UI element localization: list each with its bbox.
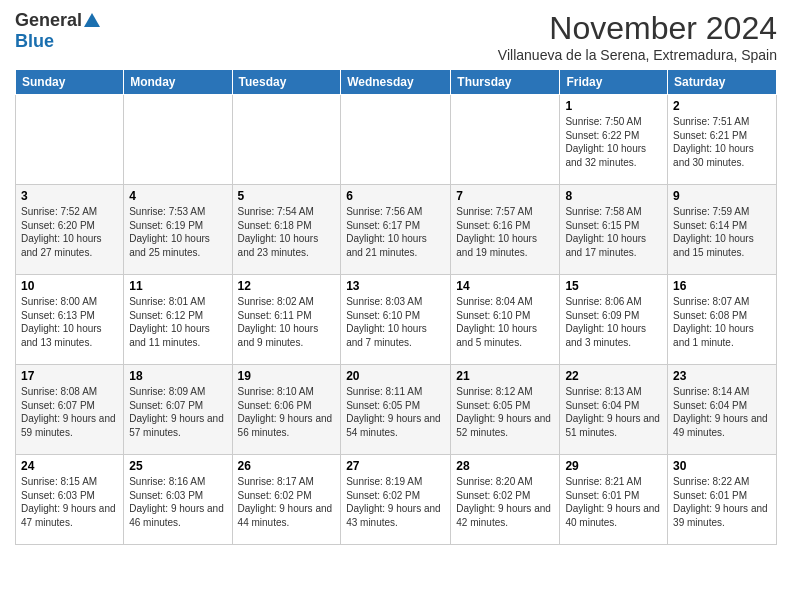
day-info: Sunrise: 8:17 AM Sunset: 6:02 PM Dayligh… (238, 475, 336, 529)
day-number: 25 (129, 459, 226, 473)
day-number: 11 (129, 279, 226, 293)
header-wednesday: Wednesday (341, 70, 451, 95)
day-info: Sunrise: 8:07 AM Sunset: 6:08 PM Dayligh… (673, 295, 771, 349)
day-info: Sunrise: 7:50 AM Sunset: 6:22 PM Dayligh… (565, 115, 662, 169)
calendar-cell: 6Sunrise: 7:56 AM Sunset: 6:17 PM Daylig… (341, 185, 451, 275)
day-number: 18 (129, 369, 226, 383)
calendar-cell: 26Sunrise: 8:17 AM Sunset: 6:02 PM Dayli… (232, 455, 341, 545)
day-info: Sunrise: 8:11 AM Sunset: 6:05 PM Dayligh… (346, 385, 445, 439)
day-info: Sunrise: 8:20 AM Sunset: 6:02 PM Dayligh… (456, 475, 554, 529)
calendar-week-row: 3Sunrise: 7:52 AM Sunset: 6:20 PM Daylig… (16, 185, 777, 275)
page-container: General Blue November 2024 Villanueva de… (0, 0, 792, 555)
day-number: 1 (565, 99, 662, 113)
day-number: 22 (565, 369, 662, 383)
calendar-cell: 29Sunrise: 8:21 AM Sunset: 6:01 PM Dayli… (560, 455, 668, 545)
calendar-cell: 22Sunrise: 8:13 AM Sunset: 6:04 PM Dayli… (560, 365, 668, 455)
day-info: Sunrise: 7:54 AM Sunset: 6:18 PM Dayligh… (238, 205, 336, 259)
calendar-cell: 25Sunrise: 8:16 AM Sunset: 6:03 PM Dayli… (124, 455, 232, 545)
calendar-cell: 10Sunrise: 8:00 AM Sunset: 6:13 PM Dayli… (16, 275, 124, 365)
day-info: Sunrise: 7:58 AM Sunset: 6:15 PM Dayligh… (565, 205, 662, 259)
day-info: Sunrise: 8:19 AM Sunset: 6:02 PM Dayligh… (346, 475, 445, 529)
location-subtitle: Villanueva de la Serena, Extremadura, Sp… (498, 47, 777, 63)
calendar-cell: 5Sunrise: 7:54 AM Sunset: 6:18 PM Daylig… (232, 185, 341, 275)
day-info: Sunrise: 8:21 AM Sunset: 6:01 PM Dayligh… (565, 475, 662, 529)
day-number: 26 (238, 459, 336, 473)
calendar-cell: 23Sunrise: 8:14 AM Sunset: 6:04 PM Dayli… (668, 365, 777, 455)
calendar-cell: 4Sunrise: 7:53 AM Sunset: 6:19 PM Daylig… (124, 185, 232, 275)
day-number: 2 (673, 99, 771, 113)
day-number: 14 (456, 279, 554, 293)
calendar-header-row: SundayMondayTuesdayWednesdayThursdayFrid… (16, 70, 777, 95)
calendar-cell: 8Sunrise: 7:58 AM Sunset: 6:15 PM Daylig… (560, 185, 668, 275)
calendar-cell: 17Sunrise: 8:08 AM Sunset: 6:07 PM Dayli… (16, 365, 124, 455)
calendar-cell: 21Sunrise: 8:12 AM Sunset: 6:05 PM Dayli… (451, 365, 560, 455)
day-number: 12 (238, 279, 336, 293)
day-info: Sunrise: 8:22 AM Sunset: 6:01 PM Dayligh… (673, 475, 771, 529)
day-info: Sunrise: 7:57 AM Sunset: 6:16 PM Dayligh… (456, 205, 554, 259)
day-info: Sunrise: 7:53 AM Sunset: 6:19 PM Dayligh… (129, 205, 226, 259)
calendar-cell: 2Sunrise: 7:51 AM Sunset: 6:21 PM Daylig… (668, 95, 777, 185)
day-number: 17 (21, 369, 118, 383)
day-info: Sunrise: 7:51 AM Sunset: 6:21 PM Dayligh… (673, 115, 771, 169)
calendar-cell: 19Sunrise: 8:10 AM Sunset: 6:06 PM Dayli… (232, 365, 341, 455)
calendar-cell (232, 95, 341, 185)
logo: General Blue (15, 10, 100, 52)
day-number: 16 (673, 279, 771, 293)
calendar-cell: 14Sunrise: 8:04 AM Sunset: 6:10 PM Dayli… (451, 275, 560, 365)
day-number: 27 (346, 459, 445, 473)
day-number: 29 (565, 459, 662, 473)
day-number: 4 (129, 189, 226, 203)
day-info: Sunrise: 8:03 AM Sunset: 6:10 PM Dayligh… (346, 295, 445, 349)
title-block: November 2024 Villanueva de la Serena, E… (498, 10, 777, 63)
header-sunday: Sunday (16, 70, 124, 95)
day-info: Sunrise: 8:06 AM Sunset: 6:09 PM Dayligh… (565, 295, 662, 349)
calendar-week-row: 17Sunrise: 8:08 AM Sunset: 6:07 PM Dayli… (16, 365, 777, 455)
calendar-cell: 1Sunrise: 7:50 AM Sunset: 6:22 PM Daylig… (560, 95, 668, 185)
logo-triangle-icon (84, 13, 100, 27)
calendar-cell: 7Sunrise: 7:57 AM Sunset: 6:16 PM Daylig… (451, 185, 560, 275)
calendar-cell: 28Sunrise: 8:20 AM Sunset: 6:02 PM Dayli… (451, 455, 560, 545)
calendar-cell (451, 95, 560, 185)
logo-blue-text: Blue (15, 31, 54, 52)
day-info: Sunrise: 8:15 AM Sunset: 6:03 PM Dayligh… (21, 475, 118, 529)
month-title: November 2024 (498, 10, 777, 47)
day-number: 6 (346, 189, 445, 203)
day-info: Sunrise: 7:59 AM Sunset: 6:14 PM Dayligh… (673, 205, 771, 259)
page-header: General Blue November 2024 Villanueva de… (15, 10, 777, 63)
day-number: 7 (456, 189, 554, 203)
header-friday: Friday (560, 70, 668, 95)
day-number: 23 (673, 369, 771, 383)
day-number: 10 (21, 279, 118, 293)
day-info: Sunrise: 8:10 AM Sunset: 6:06 PM Dayligh… (238, 385, 336, 439)
day-info: Sunrise: 8:13 AM Sunset: 6:04 PM Dayligh… (565, 385, 662, 439)
calendar-week-row: 24Sunrise: 8:15 AM Sunset: 6:03 PM Dayli… (16, 455, 777, 545)
day-number: 13 (346, 279, 445, 293)
day-number: 30 (673, 459, 771, 473)
day-number: 5 (238, 189, 336, 203)
calendar-cell: 13Sunrise: 8:03 AM Sunset: 6:10 PM Dayli… (341, 275, 451, 365)
day-info: Sunrise: 8:02 AM Sunset: 6:11 PM Dayligh… (238, 295, 336, 349)
calendar-cell: 30Sunrise: 8:22 AM Sunset: 6:01 PM Dayli… (668, 455, 777, 545)
calendar-cell: 20Sunrise: 8:11 AM Sunset: 6:05 PM Dayli… (341, 365, 451, 455)
calendar-cell: 16Sunrise: 8:07 AM Sunset: 6:08 PM Dayli… (668, 275, 777, 365)
day-number: 15 (565, 279, 662, 293)
day-info: Sunrise: 8:00 AM Sunset: 6:13 PM Dayligh… (21, 295, 118, 349)
calendar-cell: 18Sunrise: 8:09 AM Sunset: 6:07 PM Dayli… (124, 365, 232, 455)
day-info: Sunrise: 7:56 AM Sunset: 6:17 PM Dayligh… (346, 205, 445, 259)
day-number: 28 (456, 459, 554, 473)
calendar-table: SundayMondayTuesdayWednesdayThursdayFrid… (15, 69, 777, 545)
day-info: Sunrise: 7:52 AM Sunset: 6:20 PM Dayligh… (21, 205, 118, 259)
day-info: Sunrise: 8:08 AM Sunset: 6:07 PM Dayligh… (21, 385, 118, 439)
calendar-cell: 27Sunrise: 8:19 AM Sunset: 6:02 PM Dayli… (341, 455, 451, 545)
day-info: Sunrise: 8:14 AM Sunset: 6:04 PM Dayligh… (673, 385, 771, 439)
calendar-cell (124, 95, 232, 185)
header-monday: Monday (124, 70, 232, 95)
day-number: 24 (21, 459, 118, 473)
day-info: Sunrise: 8:09 AM Sunset: 6:07 PM Dayligh… (129, 385, 226, 439)
calendar-week-row: 10Sunrise: 8:00 AM Sunset: 6:13 PM Dayli… (16, 275, 777, 365)
calendar-cell (341, 95, 451, 185)
calendar-cell: 11Sunrise: 8:01 AM Sunset: 6:12 PM Dayli… (124, 275, 232, 365)
calendar-cell: 15Sunrise: 8:06 AM Sunset: 6:09 PM Dayli… (560, 275, 668, 365)
day-number: 3 (21, 189, 118, 203)
day-number: 9 (673, 189, 771, 203)
